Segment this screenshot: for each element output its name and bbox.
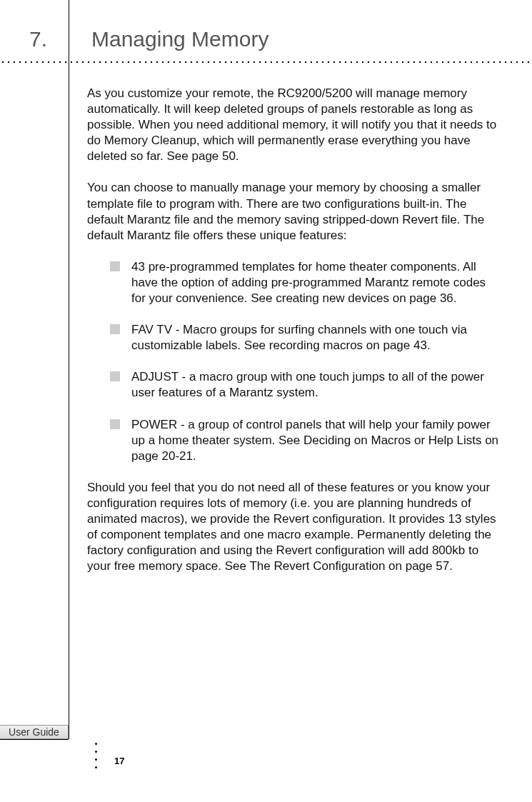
- page-number: 17: [114, 756, 124, 766]
- chapter-title: Managing Memory: [69, 27, 268, 51]
- vertical-dots: [95, 743, 97, 774]
- list-item: FAV TV - Macro groups for surfing channe…: [87, 322, 501, 354]
- user-guide-label: User Guide: [0, 725, 69, 739]
- bullet-icon: [110, 261, 120, 271]
- list-item: ADJUST - a macro group with one touch ju…: [87, 369, 501, 401]
- paragraph-intro: As you customize your remote, the RC9200…: [87, 86, 501, 164]
- paragraph-options: You can choose to manually manage your m…: [87, 180, 501, 243]
- feature-list: 43 pre-programmed templates for home the…: [87, 259, 501, 464]
- list-item-text: 43 pre-programmed templates for home the…: [131, 260, 486, 305]
- section-divider-dotted: [0, 61, 532, 64]
- bullet-icon: [110, 419, 120, 429]
- bullet-icon: [110, 371, 120, 381]
- chapter-header: 7. Managing Memory: [0, 27, 532, 51]
- paragraph-revert: Should you feel that you do not need all…: [87, 480, 501, 575]
- list-item: POWER - a group of control panels that w…: [87, 417, 501, 464]
- chapter-number: 7.: [0, 27, 69, 51]
- vertical-rule: [69, 0, 69, 739]
- list-item-text: ADJUST - a macro group with one touch ju…: [131, 370, 484, 399]
- horizontal-rule: [0, 739, 69, 740]
- content-body: As you customize your remote, the RC9200…: [87, 86, 501, 590]
- bullet-icon: [110, 324, 120, 334]
- list-item: 43 pre-programmed templates for home the…: [87, 259, 501, 306]
- list-item-text: FAV TV - Macro groups for surfing channe…: [131, 323, 467, 352]
- list-item-text: POWER - a group of control panels that w…: [131, 418, 498, 463]
